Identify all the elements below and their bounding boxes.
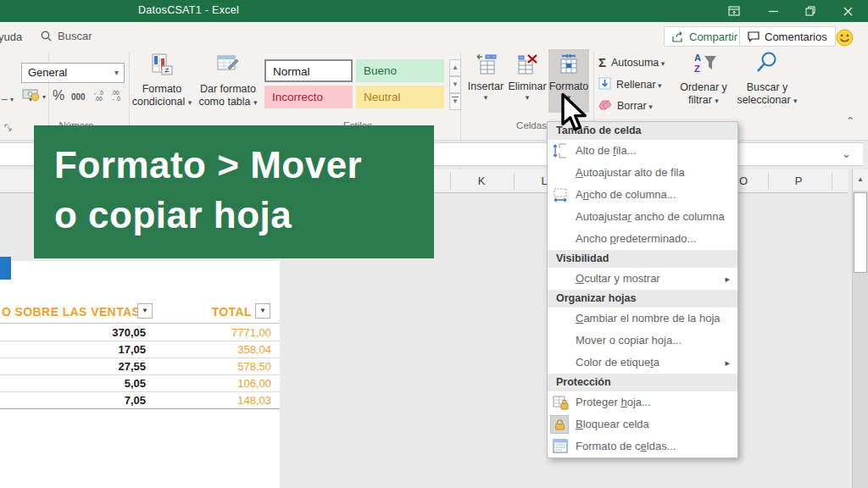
conditional-formatting-icon: ≠ [129, 53, 195, 80]
delete-label: Eliminar [508, 80, 546, 92]
scroll-up-icon[interactable]: ▲ [853, 169, 868, 191]
style-chip-bueno[interactable]: Bueno [356, 59, 444, 82]
table-row[interactable]: 5,05 106,00 [0, 375, 280, 392]
menu-item-color-de-etiqueta[interactable]: Color de etiqueta [548, 352, 737, 374]
svg-text:A: A [694, 53, 701, 63]
menu-section-header: Visibilidad [548, 250, 737, 268]
find-label-2: seleccionar [737, 94, 790, 106]
menu-item-proteger-hoja[interactable]: Proteger hoja... [548, 391, 737, 413]
sort-filter-button[interactable]: AZ Ordenar y filtrar [670, 49, 737, 115]
filter-dropdown-icon[interactable]: ▼ [137, 303, 153, 319]
cell-ventas[interactable]: 17,05 [51, 341, 146, 358]
find-select-button[interactable]: Buscar y seleccionar [734, 49, 800, 115]
clear-label: Borrar [617, 100, 653, 112]
menu-item-alto-de-fila[interactable]: Alto de fila... [548, 140, 737, 162]
group-label-celdas: Celdas [513, 120, 550, 130]
cell-total[interactable]: 106,00 [193, 375, 271, 392]
find-label-1: Buscar y [747, 81, 788, 93]
filter-dropdown-icon[interactable]: ▼ [255, 303, 270, 319]
formula-bar-expand-icon[interactable]: ⌄ [842, 147, 851, 160]
menu-item-formato-de-celdas[interactable]: Formato de celdas... [548, 435, 737, 458]
style-chip-incorrecto[interactable]: Incorrecto [264, 86, 353, 108]
vertical-scrollbar[interactable]: ▲ [852, 169, 868, 488]
caret-icon[interactable]: ▾ [42, 93, 46, 101]
table-row[interactable]: 27,55 578,50 [0, 358, 280, 375]
comment-icon [748, 31, 760, 42]
clear-button[interactable]: Borrar [598, 99, 653, 113]
delete-cells-button[interactable]: Eliminar ▾ [507, 49, 548, 113]
caret-icon: ▾ [10, 96, 14, 103]
insert-cells-button[interactable]: Insertar ▾ [465, 49, 506, 113]
collapse-ribbon-icon[interactable]: ⌃ [846, 115, 854, 127]
menu-item-autoajustar-alto[interactable]: Autoajustar alto de fila [548, 162, 737, 184]
styles-scroll-up-icon[interactable]: ▲ [449, 59, 461, 76]
cell-total[interactable]: 148,03 [193, 392, 271, 409]
close-button[interactable] [833, 0, 862, 22]
comments-button[interactable]: Comentarios [739, 26, 836, 47]
autosum-label: Autosuma [611, 57, 665, 69]
column-header-p[interactable]: P [791, 175, 806, 187]
search-box[interactable]: Buscar [41, 30, 92, 42]
table-row[interactable]: 370,05 7771,00 [0, 324, 280, 341]
cell-ventas[interactable]: 5,05 [51, 375, 146, 392]
share-button[interactable]: Compartir [664, 26, 746, 47]
scrollbar-thumb[interactable] [854, 192, 867, 273]
insert-label: Insertar [468, 80, 504, 92]
cell-total[interactable]: 7771,00 [193, 324, 271, 341]
minimize-button[interactable] [759, 0, 787, 22]
menu-item-mover-o-copiar-hoja[interactable]: Mover o copiar hoja... [548, 330, 737, 352]
feedback-smiley-icon[interactable] [836, 29, 854, 50]
ribbon-display-options-icon[interactable] [720, 0, 748, 22]
column-divider [450, 173, 451, 190]
format-as-table-icon [195, 53, 261, 80]
menu-section-header: Organizar hojas [548, 290, 737, 308]
format-table-label-1: Dar formato [200, 83, 256, 95]
menu-item-ancho-predeterminado[interactable]: Ancho predeterminado... [548, 228, 737, 250]
number-dialog-launcher-icon[interactable] [4, 120, 13, 136]
column-divider [832, 173, 832, 190]
table-row[interactable]: 7,05 148,03 [0, 392, 280, 409]
table-header-ventas[interactable]: O SOBRE LAS VENTAS [2, 305, 140, 319]
fill-down-icon [598, 77, 611, 92]
comma-style-icon[interactable]: 000 [71, 92, 86, 102]
format-table-label-2: como tabla [198, 96, 250, 108]
blue-chart-fragment [0, 257, 11, 280]
style-chip-normal[interactable]: Normal [264, 59, 353, 82]
menu-item-cambiar-nombre-hoja[interactable]: Cambiar el nombre de la hoja [548, 308, 737, 330]
table-row[interactable]: 17,05 358,04 [0, 341, 280, 358]
cell-ventas[interactable]: 27,55 [51, 358, 146, 375]
styles-more-icon[interactable]: ▼ [449, 93, 461, 110]
cell-ventas[interactable]: 370,05 [51, 324, 146, 341]
cell-ventas[interactable]: 7,05 [51, 392, 146, 409]
cell-total[interactable]: 578,50 [193, 358, 271, 375]
share-label: Compartir [689, 30, 737, 43]
column-header-k[interactable]: K [474, 175, 489, 187]
percent-style-icon[interactable]: % [53, 88, 64, 103]
delete-cells-icon [507, 53, 548, 78]
autosum-button[interactable]: Σ Autosuma [598, 55, 665, 69]
svg-text:≠: ≠ [165, 66, 170, 75]
decrease-decimal-icon[interactable]: .00→.0 [107, 90, 124, 102]
styles-scroll-down-icon[interactable]: ▼ [449, 76, 461, 93]
style-chip-neutral[interactable]: Neutral [356, 86, 444, 108]
restore-button[interactable] [796, 0, 825, 22]
tab-ayuda-partial[interactable]: yuda [0, 30, 22, 43]
menu-item-bloquear-celda[interactable]: Bloquear celda [548, 413, 737, 435]
increase-decimal-icon[interactable]: ←.0.00 [90, 90, 107, 102]
conditional-formatting-button[interactable]: ≠ Formato condicional [129, 51, 195, 117]
number-format-select[interactable]: General [21, 63, 125, 83]
menu-item-ancho-de-columna[interactable]: Ancho de columna... [548, 184, 737, 206]
format-as-table-button[interactable]: Dar formato como tabla [195, 51, 261, 117]
fill-button[interactable]: Rellenar [598, 77, 662, 92]
sort-label-2: filtrar [688, 94, 712, 106]
cell-total[interactable]: 358,04 [193, 341, 271, 358]
search-label: Buscar [58, 30, 92, 42]
merge-center-fragment[interactable]: – [2, 93, 8, 105]
search-icon [41, 30, 52, 42]
menu-item-ocultar-y-mostrar[interactable]: Ocultar y mostrar [548, 268, 737, 290]
mouse-cursor [560, 93, 589, 137]
table-header-total[interactable]: TOTAL [184, 305, 252, 319]
menu-item-autoajustar-ancho[interactable]: Autoajustar ancho de columna [548, 206, 737, 228]
share-icon [672, 31, 684, 42]
currency-format-icon[interactable] [22, 88, 41, 105]
